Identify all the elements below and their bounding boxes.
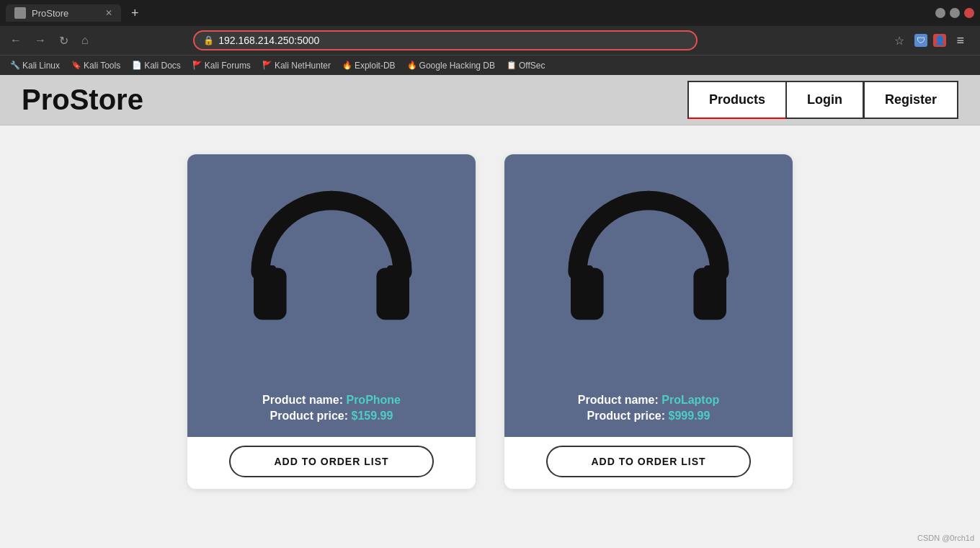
kali-forums-icon: 🚩 — [192, 61, 202, 70]
site-logo: ProStore — [22, 84, 687, 116]
window-controls — [935, 8, 974, 18]
bookmark-kali-tools-label: Kali Tools — [84, 61, 120, 71]
bookmark-kali-docs-label: Kali Docs — [144, 61, 181, 71]
menu-button[interactable]: ≡ — [952, 32, 968, 50]
bookmark-kali-nethunter[interactable]: 🚩 Kali NetHunter — [258, 59, 335, 72]
product-btn-area-prophone: ADD TO ORDER LIST — [187, 437, 476, 489]
kali-linux-icon: 🔧 — [10, 61, 20, 70]
browser-chrome: ProStore ✕ + ← → ↻ ⌂ 🔒 ☆ 🛡 👤 ≡ 🔧 Kali Li… — [0, 0, 980, 75]
kali-docs-icon: 📄 — [132, 61, 142, 70]
headphones-icon-prolaptop — [562, 183, 735, 356]
tab-title: ProStore — [32, 8, 68, 19]
tab-close-button[interactable]: ✕ — [105, 8, 112, 18]
product-image-prophone — [187, 154, 476, 385]
reload-button[interactable]: ↻ — [55, 32, 73, 49]
product-price-value-prolaptop: $999.99 — [669, 410, 710, 422]
headphones-icon-prophone — [245, 183, 418, 356]
bookmark-kali-forums-label: Kali Forums — [205, 61, 251, 71]
svg-rect-3 — [387, 265, 396, 291]
bookmark-kali-linux[interactable]: 🔧 Kali Linux — [6, 59, 64, 72]
bookmark-kali-docs[interactable]: 📄 Kali Docs — [128, 59, 185, 72]
security-icon: 🔒 — [203, 35, 214, 45]
browser-extensions: 🛡 👤 ≡ — [909, 32, 974, 50]
product-name-label: Product name: — [262, 394, 343, 406]
tab-favicon — [14, 7, 26, 19]
bookmark-exploit-db-label: Exploit-DB — [355, 61, 396, 71]
product-price-prolaptop: Product price: $999.99 — [516, 410, 781, 423]
bookmarks-bar: 🔧 Kali Linux 🔖 Kali Tools 📄 Kali Docs 🚩 … — [0, 55, 980, 75]
bookmark-star-icon[interactable]: ☆ — [894, 34, 904, 48]
bookmark-kali-forums[interactable]: 🚩 Kali Forums — [188, 59, 255, 72]
new-tab-button[interactable]: + — [127, 6, 143, 21]
exploit-db-icon: 🔥 — [342, 61, 352, 70]
close-window-button[interactable] — [964, 8, 974, 18]
svg-rect-2 — [267, 265, 276, 291]
address-bar-wrap: 🔒 — [193, 30, 698, 50]
add-to-order-button-prolaptop[interactable]: ADD TO ORDER LIST — [546, 446, 750, 477]
bookmark-offsec-label: OffSec — [519, 61, 545, 71]
back-button[interactable]: ← — [6, 32, 26, 48]
product-image-prolaptop — [504, 154, 793, 385]
product-price-label: Product price: — [270, 410, 348, 422]
register-nav-button[interactable]: Register — [864, 81, 958, 119]
browser-tab[interactable]: ProStore ✕ — [6, 4, 121, 22]
site-navbar: ProStore Products Login Register — [0, 75, 980, 125]
product-card-prophone: Product name: ProPhone Product price: $1… — [187, 154, 476, 489]
minimize-button[interactable] — [935, 8, 945, 18]
forward-button[interactable]: → — [30, 32, 50, 48]
product-info-prolaptop: Product name: ProLaptop Product price: $… — [504, 385, 793, 437]
bookmark-exploit-db[interactable]: 🔥 Exploit-DB — [338, 59, 400, 72]
product-price-label-2: Product price: — [587, 410, 665, 422]
svg-rect-7 — [704, 265, 713, 291]
product-price-prophone: Product price: $159.99 — [199, 410, 464, 423]
home-button[interactable]: ⌂ — [77, 32, 93, 48]
kali-tools-icon: 🔖 — [71, 61, 81, 70]
bookmark-google-hacking[interactable]: 🔥 Google Hacking DB — [403, 59, 499, 72]
bookmark-google-hacking-label: Google Hacking DB — [419, 61, 495, 71]
bookmark-offsec[interactable]: 📋 OffSec — [502, 59, 549, 72]
login-nav-button[interactable]: Login — [785, 81, 864, 119]
product-price-value-prophone: $159.99 — [352, 410, 393, 422]
profile-extension-icon[interactable]: 👤 — [933, 34, 946, 47]
add-to-order-button-prophone[interactable]: ADD TO ORDER LIST — [229, 446, 433, 477]
products-nav-button[interactable]: Products — [687, 81, 785, 119]
svg-rect-6 — [584, 265, 593, 291]
product-btn-area-prolaptop: ADD TO ORDER LIST — [504, 437, 793, 489]
product-name-prophone: Product name: ProPhone — [199, 394, 464, 407]
browser-navbar: ← → ↻ ⌂ 🔒 ☆ 🛡 👤 ≡ — [0, 26, 980, 55]
products-area: Product name: ProPhone Product price: $1… — [0, 125, 980, 518]
product-card-prolaptop: Product name: ProLaptop Product price: $… — [504, 154, 793, 489]
page-content: ProStore Products Login Register — [0, 75, 980, 522]
bookmark-kali-tools[interactable]: 🔖 Kali Tools — [67, 59, 125, 72]
product-name-value-prolaptop: ProLaptop — [662, 394, 719, 406]
site-nav-buttons: Products Login Register — [687, 81, 958, 119]
product-name-label-2: Product name: — [578, 394, 659, 406]
offsec-icon: 📋 — [507, 61, 517, 70]
bookmark-kali-linux-label: Kali Linux — [22, 61, 60, 71]
address-bar[interactable] — [218, 35, 687, 46]
product-name-value-prophone: ProPhone — [346, 394, 401, 406]
google-hacking-icon: 🔥 — [407, 61, 417, 70]
product-info-prophone: Product name: ProPhone Product price: $1… — [187, 385, 476, 437]
browser-titlebar: ProStore ✕ + — [0, 0, 980, 26]
product-name-prolaptop: Product name: ProLaptop — [516, 394, 781, 407]
maximize-button[interactable] — [950, 8, 960, 18]
shield-extension-icon[interactable]: 🛡 — [914, 34, 927, 47]
kali-nethunter-icon: 🚩 — [262, 61, 272, 70]
bookmark-kali-nethunter-label: Kali NetHunter — [275, 61, 331, 71]
